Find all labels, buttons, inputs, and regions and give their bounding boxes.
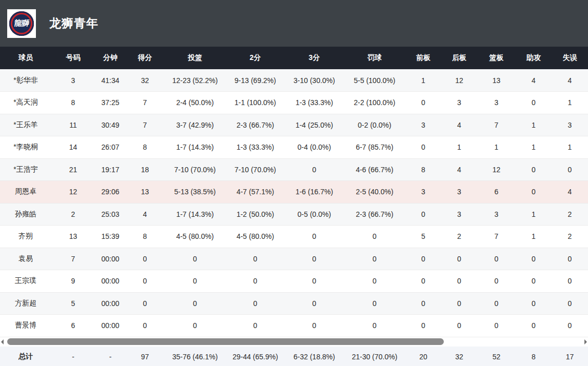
stat-cell: 00:00 <box>95 270 126 293</box>
stat-cell: 0 <box>441 292 477 315</box>
stat-cell: 6-7 (85.7%) <box>344 136 405 159</box>
stat-cell: 0 <box>405 292 441 315</box>
stat-cell: 1 <box>441 136 477 159</box>
table-row: 袁易700:000000000000 <box>0 248 588 270</box>
stat-cell: 29:06 <box>95 181 126 204</box>
stat-cell: 0 <box>285 248 344 270</box>
player-name-cell: 袁易 <box>0 248 51 270</box>
stat-cell: 3 <box>552 114 588 136</box>
player-name-cell: 方新超 <box>0 292 51 315</box>
stat-cell: 2 <box>552 203 588 226</box>
table-row: 王宗璞900:000000000000 <box>0 270 588 293</box>
stat-cell: 21 <box>51 158 95 181</box>
stat-cell: 18 <box>126 158 164 181</box>
stats-table[interactable]: 球员号码分钟得分投篮2分3分罚球前板后板篮板助攻失误 *彰华非341:34321… <box>0 47 588 337</box>
table-row: *王乐羊1130:4973-7 (42.9%)2-3 (66.7%)1-4 (2… <box>0 114 588 136</box>
column-header-0: 球员 <box>0 47 51 69</box>
table-row: *彰华非341:343212-23 (52.2%)9-13 (69.2%)3-1… <box>0 69 588 92</box>
stat-cell: 1 <box>552 136 588 159</box>
totals-stat-cell: 21-30 (70.0%) <box>344 347 405 366</box>
stat-cell: 00:00 <box>95 292 126 315</box>
table-row: 齐朔1315:3984-5 (80.0%)4-5 (80.0%)0052712 <box>0 226 588 248</box>
table-header-row: 球员号码分钟得分投篮2分3分罚球前板后板篮板助攻失误 <box>0 47 588 69</box>
stat-cell: 0 <box>164 292 226 315</box>
column-header-1: 号码 <box>51 47 95 69</box>
stat-cell: 1 <box>516 114 552 136</box>
column-header-11: 助攻 <box>516 47 552 69</box>
stat-cell: 0-5 (0.0%) <box>285 203 344 226</box>
stat-cell: 0 <box>552 270 588 293</box>
player-name-cell: *王浩宇 <box>0 158 51 181</box>
stat-cell: 1 <box>516 203 552 226</box>
table-body: *彰华非341:343212-23 (52.2%)9-13 (69.2%)3-1… <box>0 69 588 337</box>
page-title: 龙狮青年 <box>49 15 99 31</box>
totals-stat-cell: 17 <box>552 347 588 366</box>
stat-cell: 1-1 (100.0%) <box>226 92 285 114</box>
stat-cell: 8 <box>51 92 95 114</box>
stat-cell: 7-10 (70.0%) <box>164 158 226 181</box>
stat-cell: 3 <box>477 92 516 114</box>
stat-cell: 1 <box>516 136 552 159</box>
table-row: 方新超500:000000000000 <box>0 292 588 315</box>
player-name-cell: 王宗璞 <box>0 270 51 293</box>
horizontal-scrollbar[interactable] <box>0 337 588 347</box>
stat-cell: 2 <box>51 203 95 226</box>
totals-stat-cell: 97 <box>126 347 164 366</box>
totals-stat-cell: 29-44 (65.9%) <box>226 347 285 366</box>
stat-cell: 0 <box>516 181 552 204</box>
scroll-right-arrow-icon[interactable] <box>584 339 587 344</box>
stat-cell: 0 <box>344 248 405 270</box>
stat-cell: 5 <box>51 292 95 315</box>
stat-cell: 4 <box>441 114 477 136</box>
stat-cell: 8 <box>126 226 164 248</box>
stat-cell: 12 <box>441 69 477 92</box>
stat-cell: 0 <box>516 270 552 293</box>
stat-cell: 0 <box>552 315 588 337</box>
stat-cell: 0 <box>516 292 552 315</box>
stat-cell: 0 <box>164 248 226 270</box>
column-header-2: 分钟 <box>95 47 126 69</box>
stat-cell: 41:34 <box>95 69 126 92</box>
scrollbar-track[interactable] <box>6 338 582 345</box>
player-stats-table: 球员号码分钟得分投篮2分3分罚球前板后板篮板助攻失误 *彰华非341:34321… <box>0 47 588 337</box>
stat-cell: 37:25 <box>95 92 126 114</box>
stat-cell: 0 <box>477 248 516 270</box>
stat-cell: 1-6 (16.7%) <box>285 181 344 204</box>
stat-cell: 0 <box>164 270 226 293</box>
stat-cell: 0 <box>344 226 405 248</box>
stat-cell: 13 <box>51 226 95 248</box>
totals-stat-cell: 6-32 (18.8%) <box>285 347 344 366</box>
scroll-left-arrow-icon[interactable] <box>1 339 4 344</box>
column-header-9: 后板 <box>441 47 477 69</box>
column-header-6: 3分 <box>285 47 344 69</box>
stat-cell: 0 <box>441 315 477 337</box>
stat-cell: 4-6 (66.7%) <box>344 158 405 181</box>
player-name-cell: 孙雍皓 <box>0 203 51 226</box>
stat-cell: 0 <box>516 315 552 337</box>
stat-cell: 0 <box>344 270 405 293</box>
stat-cell: 0 <box>285 315 344 337</box>
stat-cell: 25:03 <box>95 203 126 226</box>
stat-cell: 0 <box>477 315 516 337</box>
stat-cell: 5-13 (38.5%) <box>164 181 226 204</box>
stat-cell: 3 <box>441 203 477 226</box>
stat-cell: 00:00 <box>95 315 126 337</box>
stat-cell: 0 <box>477 292 516 315</box>
stat-cell: 2-4 (50.0%) <box>164 92 226 114</box>
stat-cell: 12 <box>477 158 516 181</box>
column-header-4: 投篮 <box>164 47 226 69</box>
stat-cell: 0 <box>126 292 164 315</box>
stat-cell: 0 <box>441 270 477 293</box>
stat-cell: 0 <box>405 248 441 270</box>
totals-stat-cell: 20 <box>405 347 441 366</box>
totals-stat-cell: 32 <box>441 347 477 366</box>
table-row: 曹景博600:000000000000 <box>0 315 588 337</box>
scrollbar-thumb[interactable] <box>7 338 444 345</box>
stat-cell: 5 <box>405 226 441 248</box>
stat-cell: 6 <box>477 181 516 204</box>
player-name-cell: 齐朔 <box>0 226 51 248</box>
table-row: *李晓桐1426:0781-7 (14.3%)1-3 (33.3%)0-4 (0… <box>0 136 588 159</box>
stat-cell: 2-5 (40.0%) <box>344 181 405 204</box>
totals-row: 总计--9735-76 (46.1%)29-44 (65.9%)6-32 (18… <box>0 347 588 366</box>
stat-cell: 0 <box>226 292 285 315</box>
